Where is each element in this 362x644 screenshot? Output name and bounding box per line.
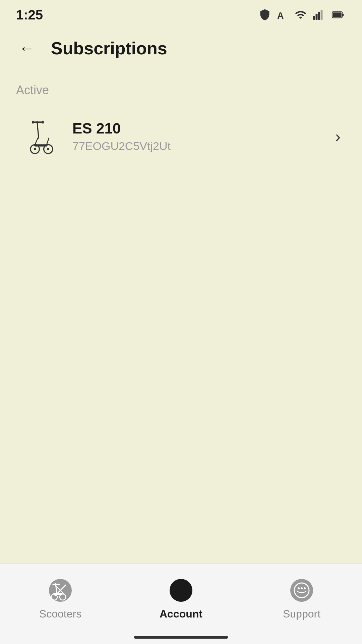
account-nav-label: Account — [160, 608, 202, 620]
scooter-icon — [21, 116, 62, 156]
svg-line-8 — [37, 121, 39, 138]
svg-line-18 — [35, 138, 38, 145]
svg-point-29 — [177, 584, 185, 591]
svg-point-15 — [34, 148, 36, 150]
home-bar — [134, 636, 228, 639]
svg-point-30 — [290, 579, 313, 602]
svg-rect-11 — [42, 121, 44, 124]
svg-line-13 — [47, 138, 49, 145]
svg-rect-3 — [318, 12, 320, 20]
battery-icon — [330, 9, 346, 21]
header: ← Subscriptions — [0, 27, 362, 70]
subscription-item[interactable]: ES 210 77EOGU2C5Vtj2Ut › — [16, 108, 346, 164]
account-nav-icon — [168, 577, 194, 604]
nav-item-scooters[interactable]: Scooters — [0, 569, 121, 620]
home-indicator — [0, 631, 362, 644]
svg-rect-2 — [316, 14, 318, 20]
svg-text:A: A — [277, 11, 284, 21]
svg-rect-1 — [313, 16, 315, 20]
svg-rect-7 — [333, 12, 342, 17]
svg-point-17 — [47, 148, 50, 150]
main-content: Active — [0, 70, 362, 564]
status-bar: 1:25 A — [0, 0, 362, 27]
support-nav-icon — [288, 577, 315, 604]
svg-point-33 — [301, 587, 303, 589]
scooters-nav-label: Scooters — [39, 608, 81, 620]
subscription-name: ES 210 — [72, 120, 335, 138]
font-icon: A — [276, 9, 288, 21]
subscription-info: ES 210 77EOGU2C5Vtj2Ut — [72, 120, 335, 153]
chevron-right-icon: › — [335, 127, 341, 146]
page-title: Subscriptions — [51, 38, 167, 58]
svg-rect-4 — [321, 10, 323, 20]
scooter-illustration — [26, 118, 57, 155]
back-arrow-icon: ← — [19, 40, 35, 56]
svg-rect-10 — [32, 121, 34, 124]
back-button[interactable]: ← — [16, 38, 38, 59]
svg-point-32 — [298, 587, 300, 589]
svg-point-34 — [304, 587, 306, 589]
status-icons: A — [259, 9, 346, 21]
status-time: 1:25 — [16, 7, 43, 22]
nav-item-support[interactable]: Support — [241, 569, 362, 620]
active-section-label: Active — [16, 83, 346, 97]
nav-item-account[interactable]: Account — [121, 569, 241, 620]
bottom-nav: Scooters Account Support — [0, 564, 362, 631]
svg-rect-6 — [342, 14, 344, 16]
signal-icon — [313, 9, 325, 21]
wifi-icon — [294, 9, 308, 21]
support-nav-label: Support — [283, 608, 320, 620]
scooters-nav-icon — [47, 577, 74, 604]
subscription-id: 77EOGU2C5Vtj2Ut — [72, 140, 335, 153]
shield-icon — [259, 9, 271, 21]
